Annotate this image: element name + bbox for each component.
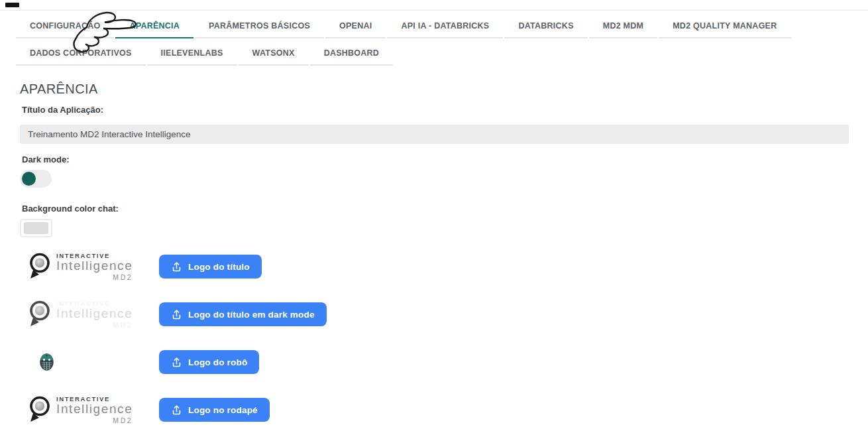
brand-wordmark: INTERACTIVE Intelligence MD2 [56, 300, 133, 329]
brand-wordmark: INTERACTIVE Intelligence MD2 [56, 395, 133, 424]
brand-bubble-icon [28, 300, 52, 328]
background-color-label: Background color chat: [22, 204, 119, 214]
interactive-intelligence-logo: INTERACTIVE Intelligence MD2 [28, 395, 133, 424]
upload-title-logo-button[interactable]: Logo do título [159, 255, 262, 278]
upload-icon [171, 357, 182, 368]
interactive-intelligence-logo-dark: INTERACTIVE Intelligence MD2 [28, 300, 133, 329]
upload-title-logo-dark-button[interactable]: Logo do título em dark mode [159, 302, 327, 326]
upload-robot-logo-label: Logo do robô [188, 357, 247, 367]
brand-main-text: Intelligence [56, 306, 133, 321]
color-swatch [24, 222, 48, 234]
tab-configuracao[interactable]: CONFIGURAÇÃO [16, 14, 114, 38]
upload-title-logo-label: Logo do título [188, 262, 250, 272]
settings-tabs: CONFIGURAÇÃO APARÊNCIA PARÂMETROS BÁSICO… [16, 14, 868, 66]
title-logo-dark-preview: INTERACTIVE Intelligence MD2 [20, 300, 159, 329]
brand-bubble-icon [28, 395, 52, 424]
upload-footer-logo-label: Logo no rodapé [188, 405, 258, 415]
upload-icon [171, 261, 182, 273]
tab-databricks[interactable]: DATABRICKS [504, 14, 587, 38]
upload-icon [171, 309, 182, 320]
upload-icon [171, 404, 182, 416]
logo-row-title-dark: INTERACTIVE Intelligence MD2 Logo do tít… [20, 290, 327, 338]
tab-watsonx[interactable]: WATSONX [239, 41, 309, 66]
tab-md2-quality-manager[interactable]: MD2 QUALITY MANAGER [659, 14, 790, 38]
logo-upload-section: INTERACTIVE Intelligence MD2 Logo do tít… [20, 243, 327, 433]
footer-logo-preview: INTERACTIVE Intelligence MD2 [20, 395, 159, 424]
tab-openai[interactable]: OPENAI [325, 14, 386, 38]
tab-iielevenlabs[interactable]: IIELEVENLABS [147, 41, 237, 66]
background-color-picker[interactable] [20, 219, 52, 237]
upload-footer-logo-button[interactable]: Logo no rodapé [159, 398, 270, 422]
dark-mode-label: Dark mode: [22, 155, 70, 164]
brand-sub-text: MD2 [56, 416, 133, 424]
brand-main-text: Intelligence [56, 259, 133, 273]
tab-aparencia[interactable]: APARÊNCIA [115, 14, 193, 38]
tab-api-ia-databricks[interactable]: API IA - DATABRICKS [387, 14, 503, 38]
dark-mode-toggle[interactable] [20, 170, 52, 188]
tab-md2-mdm[interactable]: MD2 MDM [589, 14, 657, 38]
tab-row-1: CONFIGURAÇÃO APARÊNCIA PARÂMETROS BÁSICO… [16, 14, 868, 38]
top-divider [0, 10, 868, 11]
brand-sub-text: MD2 [56, 321, 133, 329]
logo-row-footer: INTERACTIVE Intelligence MD2 Logo no rod… [20, 386, 327, 433]
brand-main-text: Intelligence [56, 402, 133, 416]
tab-dados-corporativos[interactable]: DADOS CORPORATIVOS [16, 41, 146, 66]
brand-sub-text: MD2 [56, 273, 133, 281]
logo-row-title: INTERACTIVE Intelligence MD2 Logo do tít… [20, 243, 327, 290]
app-title-input[interactable] [20, 125, 849, 144]
tab-row-2: DADOS CORPORATIVOS IIELEVENLABS WATSONX … [16, 41, 868, 66]
app-title-label: Título da Aplicação: [22, 105, 103, 115]
tab-parametros-basicos[interactable]: PARÂMETROS BÁSICOS [195, 14, 324, 38]
brand-bubble-icon [28, 252, 52, 280]
tab-dashboard[interactable]: DASHBOARD [310, 41, 394, 66]
logo-row-robot: Logo do robô [20, 338, 327, 386]
upload-robot-logo-button[interactable]: Logo do robô [159, 350, 259, 374]
interactive-intelligence-logo: INTERACTIVE Intelligence MD2 [28, 252, 133, 281]
robot-head-icon [39, 353, 54, 371]
page-title: APARÊNCIA [20, 82, 98, 97]
robot-logo-preview [20, 353, 159, 371]
screen-corner-mark [5, 3, 19, 7]
brand-wordmark: INTERACTIVE Intelligence MD2 [56, 252, 133, 281]
title-logo-preview: INTERACTIVE Intelligence MD2 [20, 252, 159, 281]
toggle-knob [22, 172, 36, 186]
upload-title-logo-dark-label: Logo do título em dark mode [188, 310, 315, 320]
